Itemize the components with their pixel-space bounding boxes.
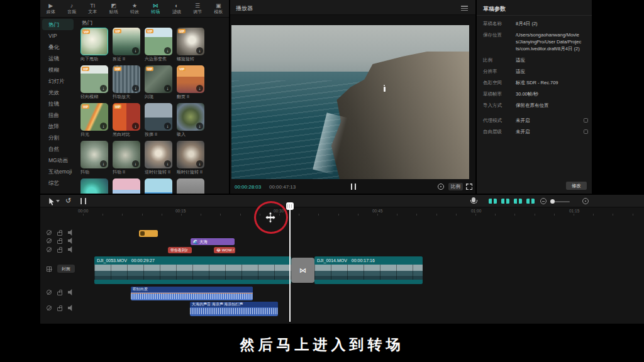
main-track-magnet-icon[interactable]: [489, 199, 497, 204]
timeline-zoom-slider[interactable]: [551, 201, 570, 202]
download-icon[interactable]: [196, 123, 203, 129]
lock-track-icon[interactable]: [57, 232, 62, 236]
transition-thumbnail[interactable]: VIP: [113, 65, 140, 93]
top-tab[interactable]: ♪ 音频: [61, 0, 82, 17]
transition-thumbnail[interactable]: [145, 178, 172, 194]
mute-track-icon[interactable]: [68, 305, 74, 311]
sticker-clip[interactable]: [139, 230, 158, 237]
transition-thumbnail[interactable]: [177, 141, 204, 168]
transition-thumbnail[interactable]: [177, 178, 204, 194]
category-item[interactable]: 运镜: [40, 53, 75, 64]
audio-clip[interactable]: 即刻出发: [131, 287, 253, 300]
transition-thumbnail[interactable]: VIP: [145, 65, 172, 93]
linkage-icon[interactable]: [514, 199, 522, 204]
auto-snap-icon[interactable]: [501, 199, 509, 204]
toggle-visibility-icon[interactable]: [47, 238, 52, 243]
transition-thumbnail[interactable]: VIP: [177, 65, 204, 93]
mute-track-icon[interactable]: [68, 229, 74, 236]
top-tab[interactable]: ★ 特效: [124, 0, 145, 17]
category-item[interactable]: VIP: [40, 30, 75, 41]
download-icon[interactable]: [100, 85, 107, 92]
transition-item[interactable]: [80, 178, 108, 194]
transition-item[interactable]: VIP 推近 II: [113, 28, 140, 62]
transition-item[interactable]: [145, 178, 172, 194]
download-icon[interactable]: [164, 85, 171, 92]
category-item[interactable]: 热门: [42, 19, 74, 30]
download-icon[interactable]: [196, 85, 203, 92]
fullscreen-icon[interactable]: [466, 184, 472, 190]
top-tab[interactable]: ◩ 贴纸: [103, 0, 124, 17]
transition-item[interactable]: 抖动: [80, 141, 108, 175]
transition-thumbnail[interactable]: VIP: [113, 28, 140, 55]
category-item[interactable]: 拉镜: [40, 98, 75, 109]
download-icon[interactable]: [164, 47, 171, 54]
transition-item[interactable]: 顺时针旋转 II: [177, 141, 204, 175]
category-item[interactable]: 光效: [40, 87, 75, 98]
field-info-icon[interactable]: [584, 129, 588, 134]
transition-thumbnail[interactable]: [80, 178, 108, 194]
top-tab[interactable]: ◐ 滤镜: [166, 0, 187, 17]
top-tab[interactable]: ▶ 媒体: [40, 0, 61, 17]
toggle-visibility-icon[interactable]: [47, 305, 52, 310]
playhead-handle[interactable]: [286, 202, 294, 210]
transition-item[interactable]: VIP 径向模糊: [80, 65, 108, 99]
download-icon[interactable]: [132, 160, 139, 167]
transition-thumbnail[interactable]: VIP: [177, 28, 204, 55]
transition-item[interactable]: VIP 黑白对比: [113, 103, 140, 137]
category-item[interactable]: 扭曲: [40, 109, 75, 121]
lock-track-icon[interactable]: [57, 292, 62, 295]
fit-timeline-icon[interactable]: [582, 198, 589, 204]
transition-thumbnail[interactable]: [113, 141, 140, 168]
transition-thumbnail[interactable]: [113, 178, 140, 194]
category-item[interactable]: 模糊: [40, 64, 75, 75]
download-icon[interactable]: [196, 160, 203, 167]
top-tab[interactable]: ▣ 模板: [208, 0, 229, 17]
download-icon[interactable]: [132, 47, 139, 54]
mute-track-icon[interactable]: [68, 246, 74, 253]
toggle-visibility-icon[interactable]: [47, 290, 52, 295]
select-tool-dropdown-icon[interactable]: [56, 200, 60, 204]
transition-item[interactable]: [113, 178, 140, 194]
transition-thumbnail[interactable]: [145, 141, 172, 168]
mute-track-icon[interactable]: [68, 238, 74, 244]
select-tool-icon[interactable]: [48, 197, 55, 206]
lock-track-icon[interactable]: [57, 307, 62, 311]
preview-axis-icon[interactable]: [526, 199, 535, 204]
download-icon[interactable]: [100, 160, 107, 167]
undo-icon[interactable]: ↺: [65, 197, 71, 205]
download-icon[interactable]: [132, 123, 139, 129]
transition-item[interactable]: [177, 178, 204, 194]
category-item[interactable]: 自然: [40, 143, 75, 155]
zoom-slider-knob[interactable]: [550, 199, 555, 204]
text-clip[interactable]: 🌊 大海: [191, 238, 235, 245]
video-clip[interactable]: DJI_0014.MOV 00:00:17:16: [314, 256, 423, 284]
transition-item[interactable]: VIP 闪现: [145, 65, 172, 99]
transition-item[interactable]: VIP 六边形变焦: [145, 28, 172, 62]
transition-item[interactable]: 投掷 II: [145, 103, 172, 137]
top-tab[interactable]: ⋈ 转场: [145, 0, 166, 17]
category-item[interactable]: 互动emoji: [40, 166, 75, 177]
text-clip[interactable]: 带你看到2: [168, 247, 192, 253]
video-preview[interactable]: [231, 25, 469, 179]
preview-quality-icon[interactable]: [438, 184, 444, 190]
toggle-visibility-icon[interactable]: [47, 230, 52, 235]
download-icon[interactable]: [100, 123, 107, 129]
field-info-icon[interactable]: [584, 118, 588, 123]
audio-clip[interactable]: 大海的声音 海浪声 海浪拍打声: [190, 302, 278, 316]
mute-track-icon[interactable]: [68, 289, 74, 295]
track-options-icon[interactable]: [47, 266, 52, 272]
transition-item[interactable]: 抖动 II: [113, 141, 140, 175]
player-menu-icon[interactable]: [461, 6, 468, 11]
transition-thumbnail[interactable]: VIP: [80, 103, 108, 131]
category-item[interactable]: 幻灯片: [40, 75, 75, 87]
download-icon[interactable]: [196, 47, 203, 54]
split-icon[interactable]: [80, 198, 86, 204]
download-icon[interactable]: [164, 160, 171, 167]
transition-thumbnail[interactable]: VIP: [113, 103, 140, 131]
cover-button[interactable]: 封面: [57, 265, 75, 273]
download-icon[interactable]: [132, 85, 139, 92]
toggle-visibility-icon[interactable]: [47, 247, 52, 252]
transition-thumbnail[interactable]: [177, 103, 204, 131]
lock-track-icon[interactable]: [57, 240, 62, 244]
video-clip[interactable]: DJI_0053.MOV 00:00:29:27: [94, 256, 291, 284]
